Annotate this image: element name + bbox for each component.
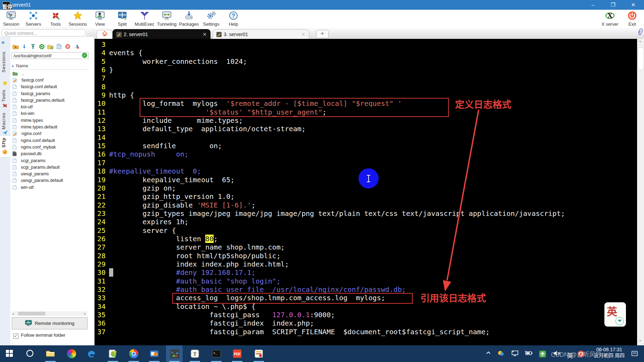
toolbar-button-x-server[interactable]: XX server <box>599 10 621 28</box>
toolbar-button-view[interactable]: View <box>89 10 111 28</box>
file-row-uwsgi_params[interactable]: uwsgi_params <box>13 170 92 177</box>
tray-display-icon[interactable] <box>511 350 519 358</box>
file-row-uwsgi_params.default[interactable]: uwsgi_params.default <box>13 177 92 184</box>
taskbar-wps-icon[interactable] <box>254 349 263 358</box>
close-button[interactable]: ✕ <box>625 0 641 10</box>
line-text: fastcgi_param SCRIPT_FILENAME $document_… <box>109 328 490 336</box>
file-row-passwd.db[interactable]: passwd.db <box>13 151 92 157</box>
maximize-button[interactable]: ❐ <box>605 0 621 10</box>
vscroll-down-icon[interactable]: ⌄ <box>638 337 642 342</box>
taskbar-pdf-icon[interactable]: PDF <box>233 349 242 358</box>
font-icon[interactable]: A <box>73 44 80 50</box>
hscroll-thumb[interactable] <box>18 312 45 315</box>
tray-im-balls-icon[interactable] <box>497 350 504 358</box>
toolbar-button-split[interactable]: Split <box>112 10 133 28</box>
paperplane-icon[interactable] <box>2 130 8 137</box>
file-row-mime.types[interactable]: mime.types <box>13 117 92 124</box>
follow-terminal-folder-option[interactable]: ✓Follow terminal folder <box>13 332 65 339</box>
toolbar-button-tools[interactable]: Tools <box>45 10 66 28</box>
tray-green-up-icon[interactable] <box>539 350 546 359</box>
tab-close-icon[interactable]: ✕ <box>203 30 207 39</box>
recorder-pause-overlay[interactable]: 暂停 <box>2 3 13 10</box>
dock-tab-sessions[interactable]: Sessions <box>1 51 6 73</box>
title-bar[interactable] <box>0 0 644 10</box>
hscroll-left-icon[interactable]: ‹ <box>13 311 14 316</box>
dock-tab-sftp[interactable]: Sftp <box>1 137 6 148</box>
tab-close-icon[interactable]: ✕ <box>301 30 305 39</box>
session-icon <box>0 11 22 21</box>
quick-connect-input[interactable]: Quick connect... <box>1 29 85 36</box>
toolbar-button-help[interactable]: ?Help <box>223 10 244 28</box>
taskbar-explorer-icon[interactable] <box>46 349 55 358</box>
taskbar-cortana-icon[interactable] <box>26 349 35 358</box>
new-tab-button[interactable]: ✛ <box>316 30 329 38</box>
taskbar-typora-icon[interactable]: T <box>190 349 199 358</box>
file-row-..[interactable]: .. <box>13 70 92 77</box>
refresh-icon[interactable] <box>39 44 45 50</box>
vscroll-thumb[interactable] <box>638 47 644 70</box>
packages-icon <box>178 11 200 21</box>
toolbar-button-sessions[interactable]: Sessions <box>67 10 89 28</box>
toolbar-button-session[interactable]: Session <box>0 10 22 28</box>
tab-server01-2[interactable]: 2. server01 ✕ <box>113 29 210 40</box>
file-row-scgi_params[interactable]: scgi_params <box>13 157 92 164</box>
taskbar-cmd-icon[interactable]: >_ <box>212 349 221 358</box>
remote-monitoring-button[interactable]: Remote monitoring <box>12 317 88 329</box>
home-tab[interactable] <box>97 30 113 39</box>
terminal-vscrollbar[interactable] <box>637 39 644 345</box>
file-row-koi-utf[interactable]: koi-utf <box>13 103 92 110</box>
new-folder-icon[interactable] <box>47 44 53 50</box>
line-text: fastcgi_index index.php; <box>109 319 314 327</box>
knife-icon[interactable] <box>2 103 8 110</box>
taskbar-mobaxterm-icon[interactable]: >_ <box>170 349 179 358</box>
remote-path-input[interactable]: /usr/local/nginx/conf/ <box>11 52 89 59</box>
taskbar-edge-icon[interactable] <box>87 349 96 358</box>
toolbar-button-packages[interactable]: Packages <box>178 10 200 28</box>
toolbar-button-servers[interactable]: Servers <box>23 10 44 28</box>
toolbar-button-settings[interactable]: Settings <box>200 10 222 28</box>
taskbar-chrome-icon[interactable] <box>129 349 138 358</box>
line-number: 11 <box>96 108 106 116</box>
file-row-mime.types.default[interactable]: mime.types.default <box>13 124 92 130</box>
file-row-fastcgi.conf[interactable]: fastcgi.conf <box>13 77 92 83</box>
toolbar-button-exit[interactable]: Exit <box>621 10 643 28</box>
sftp-dot-icon[interactable] <box>2 149 8 156</box>
file-row-fastcgi_params.default[interactable]: fastcgi_params.default <box>13 97 92 103</box>
file-row-koi-win[interactable]: koi-win <box>13 110 92 117</box>
dock-tab-tools[interactable]: Tools <box>1 90 6 102</box>
file-row-nginx.conf_mybak[interactable]: nginx.conf_mybak <box>13 144 92 150</box>
terminal-area[interactable]: 34events {5 worker_connections 1024;6}78… <box>94 39 637 345</box>
minimize-button[interactable]: – <box>585 0 601 10</box>
file-row-scgi_params.default[interactable]: scgi_params.default <box>13 164 92 170</box>
file-row-nginx.conf[interactable]: nginx.conf <box>13 131 92 137</box>
toolbar-button-tunneling[interactable]: Tunneling <box>156 10 177 28</box>
checkbox-checked-icon[interactable]: ✓ <box>13 334 18 339</box>
vscroll-up-icon[interactable]: ⌃ <box>638 40 642 45</box>
taskbar-win-start-icon[interactable] <box>5 349 14 358</box>
tray-battery-icon[interactable] <box>525 350 533 357</box>
file-row-win-utf[interactable]: win-utf <box>13 184 92 191</box>
file-list-header[interactable]: ▾ Name <box>12 63 88 70</box>
collapse-sidebar-button[interactable]: « <box>1 39 5 46</box>
hscroll-right-icon[interactable]: › <box>84 311 85 316</box>
tab-server01-3[interactable]: 3. server01 ✕ <box>213 29 309 40</box>
file-row-fastcgi.conf.default[interactable]: fastcgi.conf.default <box>13 84 92 90</box>
toolbar-button-multiexec[interactable]: MultiExec <box>134 10 155 28</box>
delete-icon[interactable] <box>65 44 71 50</box>
file-row-fastcgi_params[interactable]: fastcgi_params <box>13 90 92 97</box>
star-icon[interactable] <box>2 80 8 87</box>
download-icon[interactable] <box>21 44 27 50</box>
taskbar-colorwheel-icon[interactable] <box>67 349 76 358</box>
taskbar-vmware-icon[interactable] <box>150 349 159 358</box>
attachment-paperclip-icon[interactable] <box>637 28 643 37</box>
upload-icon[interactable] <box>30 44 36 50</box>
floating-app-badge[interactable]: 英 ❤ <box>604 302 626 327</box>
taskbar-notepadpp-icon[interactable] <box>108 349 117 358</box>
folder-up-icon[interactable] <box>13 44 19 50</box>
dock-tab-macros[interactable]: Macros <box>1 112 6 129</box>
toolbar-label: Sessions <box>67 22 89 27</box>
tray-chevron-up-icon[interactable] <box>485 350 492 357</box>
file-row-nginx.conf.default[interactable]: nginx.conf.default <box>13 137 92 144</box>
new-file-icon[interactable] <box>56 44 62 50</box>
notification-center-icon[interactable] <box>631 350 638 359</box>
